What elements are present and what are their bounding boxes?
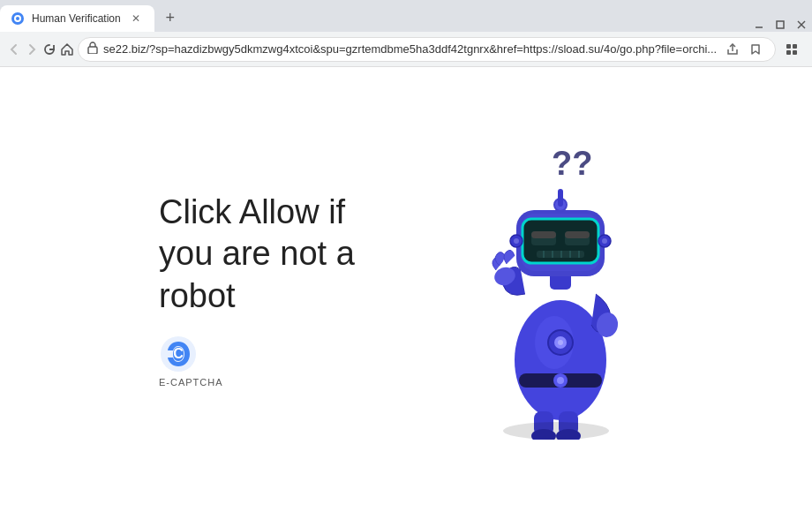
share-button[interactable] [722,39,743,60]
new-tab-button[interactable]: + [158,5,183,30]
captcha-logo: C E-CAPTCHA [159,335,406,388]
bookmark-button[interactable] [745,39,766,60]
left-section: Click Allow if you are not a robot C E-C… [159,192,406,388]
svg-text:C: C [173,346,184,361]
lock-icon [87,41,98,56]
svg-point-24 [557,377,564,384]
extensions-button[interactable] [779,37,804,62]
tab-bar: Human Verification ✕ + [0,0,812,32]
svg-text:??: ?? [552,145,592,182]
home-button[interactable] [60,37,74,62]
tab-favicon [11,11,25,26]
minimize-button[interactable] [752,18,766,32]
window-controls [752,18,812,32]
svg-point-53 [558,340,563,345]
robot-svg: ?? [459,139,653,440]
refresh-button[interactable] [42,37,56,62]
verification-container: Click Allow if you are not a robot C E-C… [0,131,812,448]
tab-close-button[interactable]: ✕ [128,11,144,26]
svg-rect-10 [786,50,791,55]
main-text: Click Allow if you are not a robot [159,192,406,318]
browser-chrome: Human Verification ✕ + [0,0,812,67]
svg-point-50 [602,238,607,244]
svg-point-2 [16,17,19,20]
svg-rect-4 [777,21,784,28]
svg-rect-9 [793,44,797,49]
tab-title: Human Verification [32,12,121,25]
address-actions [722,39,766,60]
svg-rect-7 [88,47,97,54]
toolbar-actions [779,37,812,62]
svg-rect-8 [786,44,791,49]
svg-point-48 [514,238,519,244]
svg-rect-46 [558,189,563,207]
svg-rect-36 [531,231,556,238]
robot-shadow [503,422,609,440]
back-button[interactable] [7,37,21,62]
profile-button[interactable] [806,37,812,62]
toolbar: se22.biz/?sp=hazdizbwgy5dkmzwg4xtcoi&spu… [0,32,812,67]
robot-illustration: ?? [459,131,653,448]
captcha-logo-icon: C [159,335,198,373]
svg-rect-38 [565,231,590,238]
maximize-button[interactable] [773,18,787,32]
close-button[interactable] [794,18,808,32]
svg-rect-11 [793,50,797,55]
active-tab[interactable]: Human Verification ✕ [0,5,154,32]
page-content: Click Allow if you are not a robot C E-C… [0,67,812,512]
captcha-label: E-CAPTCHA [159,377,223,388]
address-text: se22.biz/?sp=hazdizbwgy5dkmzwg4xtcoi&spu… [103,42,717,56]
address-bar[interactable]: se22.biz/?sp=hazdizbwgy5dkmzwg4xtcoi&spu… [78,37,776,62]
forward-button[interactable] [25,37,39,62]
